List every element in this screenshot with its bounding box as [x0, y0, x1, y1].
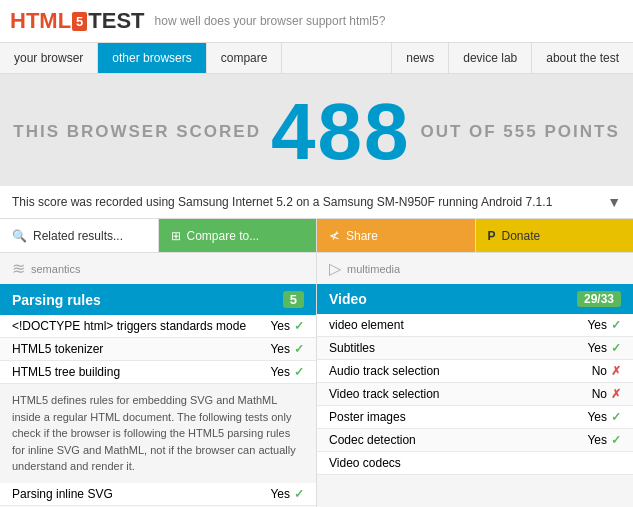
check-yes-icon: ✓ [611, 410, 621, 424]
table-row: Video track selection No ✗ [317, 383, 633, 406]
donate-button[interactable]: P Donate [476, 219, 634, 252]
check-yes-icon: ✓ [611, 341, 621, 355]
nav-right: news device lab about the test [391, 43, 633, 73]
parsing-rules-title: Parsing rules 5 [0, 284, 316, 315]
check-yes-icon: ✓ [294, 342, 304, 356]
table-row: Parsing inline SVG Yes ✓ [0, 483, 316, 506]
info-bar: This score was recorded using Samsung In… [0, 186, 633, 219]
score-display: THIS BROWSER SCORED 488 OUT OF 555 POINT… [10, 92, 623, 172]
score-number: 488 [271, 92, 410, 172]
table-row: HTML5 tree building Yes ✓ [0, 361, 316, 384]
multimedia-icon: ▷ [329, 259, 341, 278]
parsing-rules-description: HTML5 defines rules for embedding SVG an… [0, 384, 316, 483]
nav-tab-compare[interactable]: compare [207, 43, 283, 73]
info-text: This score was recorded using Samsung In… [12, 195, 607, 209]
logo: HTML 5 TEST how well does your browser s… [10, 8, 385, 34]
table-row: Video codecs [317, 452, 633, 475]
score-prefix: THIS BROWSER SCORED [13, 122, 261, 142]
action-bar: 🔍 Related results... ⊞ Compare to... ≮ S… [0, 219, 633, 253]
logo-5-badge: 5 [72, 12, 87, 31]
parsing-rules-score: 5 [283, 291, 304, 308]
share-icon: ≮ [329, 228, 340, 243]
right-column: ▷ multimedia Video 29/33 video element Y… [317, 253, 633, 507]
table-row: HTML5 tokenizer Yes ✓ [0, 338, 316, 361]
check-yes-icon: ✓ [294, 319, 304, 333]
share-button[interactable]: ≮ Share [317, 219, 476, 252]
table-row: video element Yes ✓ [317, 314, 633, 337]
nav-tab-news[interactable]: news [391, 43, 448, 73]
table-row: Subtitles Yes ✓ [317, 337, 633, 360]
donate-icon: P [488, 229, 496, 243]
logo-test-text: TEST [88, 8, 144, 34]
table-row: Poster images Yes ✓ [317, 406, 633, 429]
search-icon: 🔍 [12, 229, 27, 243]
header: HTML 5 TEST how well does your browser s… [0, 0, 633, 43]
table-row: Codec detection Yes ✓ [317, 429, 633, 452]
compare-icon: ⊞ [171, 229, 181, 243]
left-column: ≋ semantics Parsing rules 5 <!DOCTYPE ht… [0, 253, 317, 507]
nav-tab-other-browsers[interactable]: other browsers [98, 43, 206, 73]
semantics-icon: ≋ [12, 259, 25, 278]
nav-left: your browser other browsers compare [0, 43, 282, 73]
related-results-button[interactable]: 🔍 Related results... [0, 219, 159, 252]
check-yes-icon: ✓ [294, 365, 304, 379]
nav-tab-about-test[interactable]: about the test [531, 43, 633, 73]
table-row: Audio track selection No ✗ [317, 360, 633, 383]
compare-to-button[interactable]: ⊞ Compare to... [159, 219, 318, 252]
check-no-icon: ✗ [611, 387, 621, 401]
check-yes-icon: ✓ [294, 487, 304, 501]
nav-bar: your browser other browsers compare news… [0, 43, 633, 74]
logo-tagline: how well does your browser support html5… [155, 14, 386, 28]
logo-html5-text: HTML [10, 8, 71, 34]
score-suffix: OUT OF 555 POINTS [420, 122, 619, 142]
main-content: ≋ semantics Parsing rules 5 <!DOCTYPE ht… [0, 253, 633, 507]
nav-tab-your-browser[interactable]: your browser [0, 43, 98, 73]
table-row: <!DOCTYPE html> triggers standards mode … [0, 315, 316, 338]
score-section: THIS BROWSER SCORED 488 OUT OF 555 POINT… [0, 74, 633, 186]
check-no-icon: ✗ [611, 364, 621, 378]
check-yes-icon: ✓ [611, 318, 621, 332]
dropdown-arrow-icon[interactable]: ▼ [607, 194, 621, 210]
video-title: Video 29/33 [317, 284, 633, 314]
semantics-section-label: ≋ semantics [0, 253, 316, 284]
video-score: 29/33 [577, 291, 621, 307]
check-yes-icon: ✓ [611, 433, 621, 447]
nav-tab-device-lab[interactable]: device lab [448, 43, 531, 73]
multimedia-section-label: ▷ multimedia [317, 253, 633, 284]
